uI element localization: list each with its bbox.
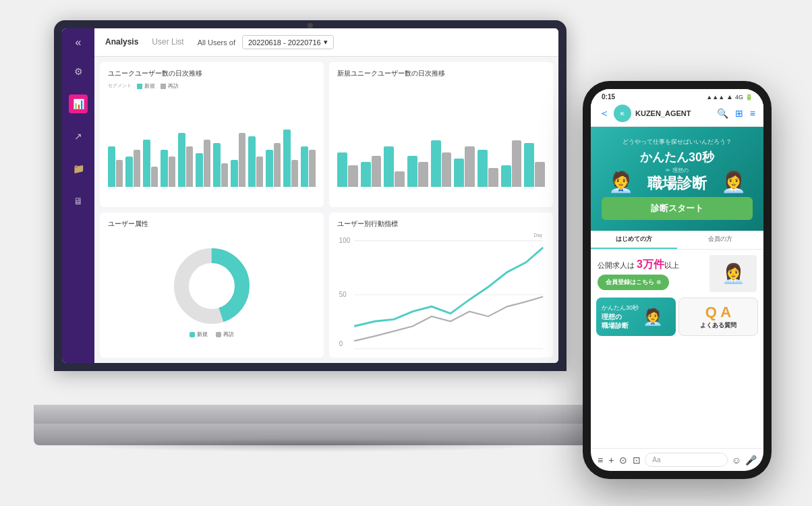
bar-returning-1 (134, 150, 141, 187)
bar-group-4 (178, 133, 193, 187)
search-icon[interactable]: 🔍 (717, 108, 728, 119)
date-range-select[interactable]: 20220618 - 20220716 ▾ (242, 35, 334, 49)
bar2-group-5 (454, 146, 475, 187)
legend-returning: 再訪 (161, 82, 179, 90)
tab-first-time[interactable]: はじめての方 (591, 231, 677, 249)
hero-main-block: ✏ 理想の 職場診断 (647, 167, 707, 197)
bar2-group-7 (501, 140, 522, 187)
chart1-title: ユニークユーザー数の日次推移 (108, 69, 316, 78)
chat-header-icons: 🔍 ⊞ ≡ (717, 108, 755, 119)
bar-group-8 (248, 136, 263, 187)
donut-dot-gray (216, 332, 221, 337)
chat-header-left: ＜ K KUZEN_AGENT (599, 105, 691, 122)
bar-new-5 (196, 153, 203, 187)
message-placeholder: Aa (652, 456, 660, 463)
hero-kanji-top: ✏ 理想の (647, 167, 707, 174)
sidebar-item-share[interactable]: ↗ (69, 127, 88, 146)
bar2-returning-0 (348, 165, 358, 187)
laptop-base (34, 405, 587, 425)
phone-status-bar: 0:15 ▲▲▲ ▲ 4G 🔋 (591, 89, 763, 102)
hamburger-icon[interactable]: ≡ (598, 455, 603, 466)
battery-icon: 🔋 (745, 94, 753, 101)
chart4-title: ユーザー別行動指標 (337, 219, 545, 229)
job-image: 👩‍💼 (709, 255, 757, 292)
phone-screen: 0:15 ▲▲▲ ▲ 4G 🔋 ＜ K KUZEN_AGENT 🔍 ⊞ (591, 89, 763, 471)
dashboard-grid: ユニークユーザー数の日次推移 セグメント 新規 再訪 (94, 57, 558, 363)
bar2-group-2 (384, 146, 405, 187)
chat-avatar: K (614, 105, 631, 122)
bar-returning-5 (204, 140, 211, 187)
chart2-title: 新規ユニークユーザー数の日次推移 (337, 69, 545, 78)
tab-member[interactable]: 会員の方 (677, 231, 763, 249)
hero-figure-right: 👩‍💼 (721, 170, 746, 194)
bar-new-9 (266, 150, 273, 187)
bar2-group-3 (407, 156, 428, 187)
bar-new-8 (248, 136, 256, 187)
wifi-icon: ▲ (726, 93, 733, 101)
sidebar-item-analytics[interactable]: 📊 (69, 94, 88, 113)
mic-icon[interactable]: 🎤 (745, 455, 757, 466)
legend-dot-gray (161, 84, 166, 89)
hero-top-text: どうやって仕事を探せばいいんだろう？ (602, 138, 753, 146)
card-diagnosis-icon: 🧑‍💼 (643, 308, 663, 327)
message-input[interactable]: Aa (645, 453, 727, 467)
header-tabs: Analysis User List (105, 37, 184, 48)
plus-icon[interactable]: + (608, 455, 614, 466)
camera-icon[interactable]: ⊡ (633, 455, 641, 466)
laptop-screen: « ⚙ 📊 ↗ 📁 🖥 Analysis User List All Users… (62, 28, 558, 363)
bar2-returning-2 (395, 171, 405, 187)
bar-new-3 (161, 150, 168, 187)
bar-group-6 (213, 143, 228, 187)
day-label: Day (534, 233, 542, 237)
chevron-down-icon: ▾ (324, 38, 328, 47)
card-diagnosis-line2: 理想の (602, 312, 639, 321)
bar-group-7 (231, 133, 245, 187)
grid-icon[interactable]: ⊞ (735, 108, 743, 119)
bottom-cards: かんたん30秒 理想の 職場診断 🧑‍💼 Q A よくある質問 (591, 298, 763, 341)
register-button[interactable]: 会員登録はこちら ⊙ (598, 275, 669, 290)
hero-main-title: 職場診断 (647, 175, 707, 192)
bar-returning-8 (256, 157, 264, 187)
bar-returning-7 (239, 133, 246, 187)
chart-user-attributes: ユーザー属性 新規 (100, 213, 324, 358)
tab-userlist[interactable]: User List (152, 37, 183, 48)
bar-new-7 (231, 160, 238, 187)
bar2-new-0 (337, 152, 347, 187)
sidebar-collapse-icon[interactable]: « (76, 36, 82, 49)
signal-icon: ▲▲▲ (706, 94, 724, 101)
emoji-icon[interactable]: ☺ (732, 455, 741, 466)
tab-analysis[interactable]: Analysis (105, 37, 138, 48)
hero-banner: どうやって仕事を探せばいいんだろう？ かんたん30秒 🧑‍💼 ✏ 理想の 職場診… (591, 127, 763, 231)
bar2-returning-5 (465, 146, 475, 187)
laptop-device: « ⚙ 📊 ↗ 📁 🖥 Analysis User List All Users… (34, 20, 587, 479)
sidebar-item-settings[interactable]: ⚙ (69, 62, 88, 81)
card-diagnosis-line1: かんたん30秒 (602, 304, 639, 312)
filter-label: All Users of (198, 38, 235, 47)
card-diagnosis[interactable]: かんたん30秒 理想の 職場診断 🧑‍💼 (596, 298, 676, 336)
back-button[interactable]: ＜ (599, 107, 610, 121)
hero-cta-button[interactable]: 診断スタート (602, 197, 753, 220)
card-diagnosis-line3: 職場診断 (602, 321, 639, 330)
bar-returning-6 (221, 163, 229, 187)
legend-segment-label: セグメント (108, 82, 132, 90)
bar-new-4 (178, 133, 185, 187)
menu-icon[interactable]: ≡ (750, 108, 755, 119)
donut-legend: 新規 再訪 (190, 331, 234, 338)
bar-group-11 (301, 146, 316, 187)
bar-new-1 (125, 157, 133, 187)
dashboard-main: Analysis User List All Users of 20220618… (94, 28, 558, 363)
bar2-returning-6 (488, 168, 498, 187)
line-chart-svg: 100 50 0 (337, 233, 545, 351)
card-faq[interactable]: Q A よくある質問 (678, 298, 758, 336)
photo-icon[interactable]: ⊙ (619, 455, 627, 466)
sidebar-item-monitor[interactable]: 🖥 (69, 192, 88, 210)
bar-group-9 (266, 143, 281, 187)
chart2-bars (337, 82, 545, 200)
job-title-text: 公開求人は 3万件以上 (598, 258, 679, 272)
legend-returning-label: 再訪 (168, 82, 179, 90)
bar-new-11 (301, 146, 308, 187)
sidebar-item-files[interactable]: 📁 (69, 159, 88, 178)
chart-new-users: 新規ユニークユーザー数の日次推移 (329, 62, 553, 207)
bar-group-1 (125, 150, 140, 187)
chart1-legend: セグメント 新規 再訪 (108, 82, 316, 90)
